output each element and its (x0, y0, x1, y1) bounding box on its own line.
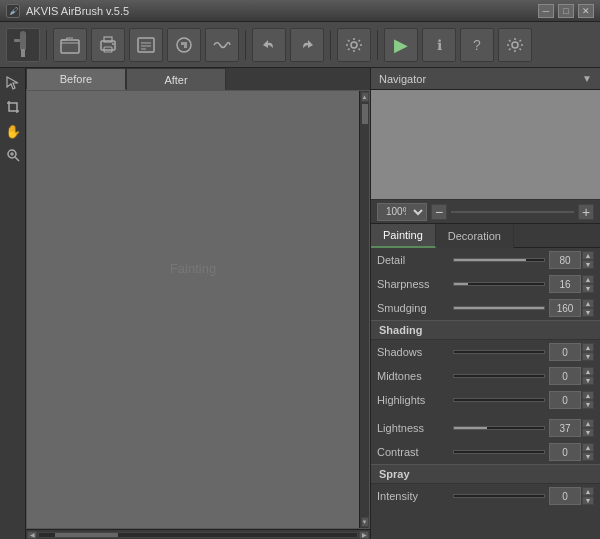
horizontal-scrollbar[interactable]: ◀ ▶ (26, 529, 370, 539)
open-file-button[interactable] (53, 28, 87, 62)
zoom-slider[interactable] (451, 211, 574, 213)
maximize-button[interactable]: □ (558, 4, 574, 18)
lightness-value[interactable]: 37 (549, 419, 581, 437)
smudging-spin: ▲ ▼ (582, 299, 594, 317)
shadows-slider[interactable] (453, 350, 545, 354)
contrast-slider[interactable] (453, 450, 545, 454)
tab-painting[interactable]: Painting (371, 224, 436, 248)
intensity-value[interactable]: 0 (549, 487, 581, 505)
lightness-spin: ▲ ▼ (582, 419, 594, 437)
info-button[interactable]: ℹ (422, 28, 456, 62)
svg-line-13 (15, 157, 19, 161)
sep3 (330, 30, 331, 60)
canvas-viewport[interactable]: ▲ ▼ Fainting (26, 90, 370, 529)
process-settings-button[interactable] (337, 28, 371, 62)
lightness-slider[interactable] (453, 426, 545, 430)
close-button[interactable]: ✕ (578, 4, 594, 18)
sharpness-value[interactable]: 16 (549, 275, 581, 293)
highlights-inc[interactable]: ▲ (582, 391, 594, 400)
canvas-tabs: Before After (26, 68, 370, 90)
zoom-select[interactable]: 100% (377, 203, 427, 221)
zoom-track[interactable] (451, 211, 574, 213)
minimize-button[interactable]: ─ (538, 4, 554, 18)
intensity-dec[interactable]: ▼ (582, 496, 594, 505)
zoom-out-button[interactable]: − (431, 204, 447, 220)
hscroll-track[interactable] (38, 532, 358, 538)
vscroll-thumb[interactable] (362, 104, 368, 124)
sharpness-row: Sharpness 16 ▲ ▼ (371, 272, 600, 296)
lightness-inc[interactable]: ▲ (582, 419, 594, 428)
help-button[interactable]: ? (460, 28, 494, 62)
detail-value[interactable]: 80 (549, 251, 581, 269)
tab-before[interactable]: Before (26, 68, 126, 90)
sharpness-thumb (454, 283, 468, 285)
detail-row: Detail 80 ▲ ▼ (371, 248, 600, 272)
contrast-inc[interactable]: ▲ (582, 443, 594, 452)
navigator-zoom: 100% − + (371, 200, 600, 224)
run-button[interactable]: ▶ (384, 28, 418, 62)
airbrush-icon[interactable] (6, 28, 40, 62)
zoom-tool-button[interactable] (2, 144, 24, 166)
sharpness-slider[interactable] (453, 282, 545, 286)
redo-button[interactable] (290, 28, 324, 62)
vertical-scrollbar[interactable]: ▲ ▼ (359, 91, 369, 528)
canvas-area: Before After ▲ ▼ Fainting ◀ (26, 68, 370, 539)
zoom-in-button[interactable]: + (578, 204, 594, 220)
shadows-dec[interactable]: ▼ (582, 352, 594, 361)
svg-point-10 (351, 42, 357, 48)
shading-label: Shading (379, 324, 422, 336)
lightness-dec[interactable]: ▼ (582, 428, 594, 437)
highlights-dec[interactable]: ▼ (582, 400, 594, 409)
midtones-inc[interactable]: ▲ (582, 367, 594, 376)
sharpness-dec[interactable]: ▼ (582, 284, 594, 293)
intensity-label: Intensity (377, 490, 449, 502)
svg-rect-1 (21, 49, 25, 57)
smudging-value[interactable]: 160 (549, 299, 581, 317)
wave-button[interactable] (205, 28, 239, 62)
select-tool-button[interactable] (2, 72, 24, 94)
tab-decoration[interactable]: Decoration (436, 224, 514, 248)
highlights-value[interactable]: 0 (549, 391, 581, 409)
detail-dec[interactable]: ▼ (582, 260, 594, 269)
smudging-slider[interactable] (453, 306, 545, 310)
print-button[interactable] (91, 28, 125, 62)
contrast-spin: ▲ ▼ (582, 443, 594, 461)
midtones-dec[interactable]: ▼ (582, 376, 594, 385)
scroll-down-btn[interactable]: ▼ (361, 517, 369, 527)
crop-tool-button[interactable] (2, 96, 24, 118)
shadows-inc[interactable]: ▲ (582, 343, 594, 352)
scroll-up-btn[interactable]: ▲ (361, 92, 369, 102)
detail-slider[interactable] (453, 258, 545, 262)
hand-tool-button[interactable]: ✋ (2, 120, 24, 142)
smudging-row: Smudging 160 ▲ ▼ (371, 296, 600, 320)
app-icon: 🖌 (6, 4, 20, 18)
batch-button[interactable] (129, 28, 163, 62)
contrast-dec[interactable]: ▼ (582, 452, 594, 461)
detail-thumb (454, 259, 526, 261)
svg-point-11 (512, 42, 518, 48)
scroll-left-btn[interactable]: ◀ (27, 531, 37, 539)
intensity-inc[interactable]: ▲ (582, 487, 594, 496)
midtones-slider[interactable] (453, 374, 545, 378)
detail-label: Detail (377, 254, 449, 266)
sharpness-inc[interactable]: ▲ (582, 275, 594, 284)
sep1 (46, 30, 47, 60)
undo-button[interactable] (252, 28, 286, 62)
preferences-button[interactable] (498, 28, 532, 62)
intensity-slider[interactable] (453, 494, 545, 498)
tab-after[interactable]: After (126, 68, 226, 90)
navigator-collapse-icon[interactable]: ▼ (582, 73, 592, 84)
shadows-value[interactable]: 0 (549, 343, 581, 361)
shading-section: Shading (371, 320, 600, 340)
midtones-value[interactable]: 0 (549, 367, 581, 385)
contrast-value[interactable]: 0 (549, 443, 581, 461)
smudging-inc[interactable]: ▲ (582, 299, 594, 308)
smudging-dec[interactable]: ▼ (582, 308, 594, 317)
export-button[interactable] (167, 28, 201, 62)
highlights-slider[interactable] (453, 398, 545, 402)
scroll-right-btn[interactable]: ▶ (359, 531, 369, 539)
sep2 (245, 30, 246, 60)
detail-inc[interactable]: ▲ (582, 251, 594, 260)
title-text: AKVIS AirBrush v.5.5 (26, 5, 129, 17)
main-toolbar: ▶ ℹ ? (0, 22, 600, 68)
